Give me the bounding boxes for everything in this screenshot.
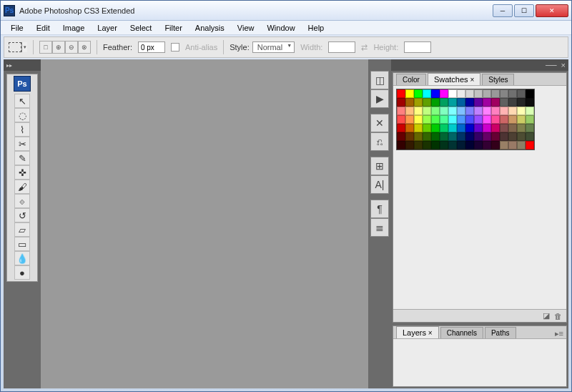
- swatch[interactable]: [500, 107, 508, 115]
- swatch[interactable]: [431, 89, 440, 98]
- swatch[interactable]: [431, 115, 440, 124]
- toolbox-header-icon[interactable]: Ps: [14, 76, 31, 92]
- swatch[interactable]: [423, 141, 431, 150]
- swatch[interactable]: [500, 132, 508, 141]
- swatch[interactable]: [405, 115, 414, 124]
- swatch[interactable]: [465, 124, 474, 132]
- swatch[interactable]: [440, 124, 448, 132]
- swatch[interactable]: [405, 107, 414, 115]
- tab-color[interactable]: Color: [396, 74, 426, 85]
- swatch[interactable]: [405, 132, 414, 141]
- swatch[interactable]: [474, 98, 483, 107]
- swatch[interactable]: [526, 115, 534, 124]
- swatch[interactable]: [431, 141, 440, 150]
- menu-layer[interactable]: Layer: [92, 22, 123, 34]
- swatch[interactable]: [517, 107, 526, 115]
- swatch[interactable]: [474, 89, 483, 98]
- swatch[interactable]: [457, 132, 465, 141]
- menu-analysis[interactable]: Analysis: [189, 22, 230, 34]
- panel-menu-icon[interactable]: ▸≡: [555, 329, 563, 338]
- selection-add-button[interactable]: ⊕: [52, 41, 65, 54]
- menu-file[interactable]: File: [5, 22, 29, 34]
- swatch[interactable]: [440, 107, 448, 115]
- swatch[interactable]: [483, 124, 491, 132]
- feather-input[interactable]: [138, 41, 165, 53]
- histogram-icon[interactable]: ▶: [370, 89, 389, 108]
- swatch[interactable]: [500, 124, 508, 132]
- swatch[interactable]: [474, 107, 483, 115]
- swatch[interactable]: [405, 98, 414, 107]
- swatch[interactable]: [431, 132, 440, 141]
- swatch[interactable]: [491, 141, 500, 150]
- swatches-icon[interactable]: ⊞: [370, 157, 389, 175]
- swatch[interactable]: [440, 89, 448, 98]
- swatch[interactable]: [483, 115, 491, 124]
- swatch[interactable]: [465, 107, 474, 115]
- tab-swatches[interactable]: Swatches ×: [428, 73, 480, 85]
- lasso-tool[interactable]: ⌇: [14, 122, 30, 137]
- menu-image[interactable]: Image: [57, 22, 91, 34]
- swatch[interactable]: [423, 132, 431, 141]
- swatch[interactable]: [448, 132, 457, 141]
- swatch[interactable]: [405, 124, 414, 132]
- swatch[interactable]: [491, 124, 500, 132]
- menu-edit[interactable]: Edit: [31, 22, 56, 34]
- swatch[interactable]: [491, 89, 500, 98]
- menu-filter[interactable]: Filter: [159, 22, 187, 34]
- clone-stamp-tool[interactable]: ⟐: [14, 194, 30, 208]
- swatch[interactable]: [397, 124, 405, 132]
- swatch[interactable]: [508, 89, 517, 98]
- swatch[interactable]: [508, 98, 517, 107]
- swatch[interactable]: [508, 124, 517, 132]
- brush-tool[interactable]: 🖌: [14, 180, 30, 194]
- swatch[interactable]: [423, 98, 431, 107]
- swatch[interactable]: [517, 89, 526, 98]
- close-button[interactable]: ✕: [536, 4, 568, 17]
- maximize-button[interactable]: ☐: [514, 4, 534, 17]
- character-icon[interactable]: A|: [370, 175, 389, 194]
- swatch[interactable]: [397, 115, 405, 124]
- swatch[interactable]: [517, 141, 526, 150]
- swatch[interactable]: [483, 98, 491, 107]
- minimize-button[interactable]: ─: [493, 4, 513, 17]
- swatch[interactable]: [483, 132, 491, 141]
- swatch[interactable]: [414, 141, 423, 150]
- swatch[interactable]: [491, 115, 500, 124]
- swatch[interactable]: [414, 115, 423, 124]
- eyedropper-tool[interactable]: ✎: [14, 151, 30, 165]
- move-tool[interactable]: ↖: [14, 94, 30, 108]
- swatch[interactable]: [414, 107, 423, 115]
- paragraph-icon[interactable]: ¶: [370, 200, 389, 218]
- swatch[interactable]: [508, 141, 517, 150]
- blur-tool[interactable]: 💧: [14, 251, 30, 265]
- info-icon[interactable]: ✕: [370, 114, 389, 132]
- layer-comps-icon[interactable]: ≣: [370, 218, 389, 237]
- selection-intersect-button[interactable]: ⊗: [78, 41, 91, 54]
- swatch[interactable]: [500, 141, 508, 150]
- swatch[interactable]: [448, 89, 457, 98]
- menu-help[interactable]: Help: [302, 22, 330, 34]
- swatch[interactable]: [448, 124, 457, 132]
- swatch[interactable]: [414, 124, 423, 132]
- swatch[interactable]: [517, 115, 526, 124]
- swatch[interactable]: [457, 115, 465, 124]
- swatch[interactable]: [448, 98, 457, 107]
- selection-new-button[interactable]: □: [39, 41, 52, 54]
- swatch[interactable]: [526, 124, 534, 132]
- swatch[interactable]: [517, 98, 526, 107]
- new-swatch-icon[interactable]: ◪: [543, 311, 550, 320]
- history-brush-tool[interactable]: ↺: [14, 208, 30, 222]
- swatch[interactable]: [397, 98, 405, 107]
- crop-tool[interactable]: ✂: [14, 137, 30, 151]
- selection-subtract-button[interactable]: ⊖: [65, 41, 78, 54]
- swatch[interactable]: [500, 98, 508, 107]
- swatch[interactable]: [414, 98, 423, 107]
- swatch[interactable]: [440, 141, 448, 150]
- swatch[interactable]: [517, 132, 526, 141]
- swatch[interactable]: [457, 107, 465, 115]
- menu-window[interactable]: Window: [261, 22, 300, 34]
- swatch[interactable]: [448, 115, 457, 124]
- tab-channels[interactable]: Channels: [440, 327, 483, 338]
- eraser-tool[interactable]: ▱: [14, 222, 30, 237]
- swatch[interactable]: [500, 89, 508, 98]
